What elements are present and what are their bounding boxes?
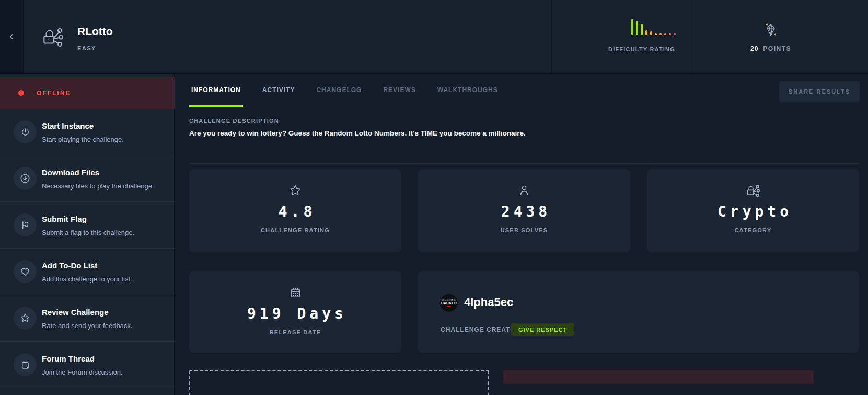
star-icon <box>14 307 37 330</box>
difficulty-rating-label: DIFFICULTY RATING <box>589 46 694 52</box>
give-respect-button[interactable]: GIVE RESPECT <box>511 323 574 336</box>
tab-information[interactable]: INFORMATION <box>189 84 243 107</box>
flag-icon <box>14 213 37 236</box>
gem-icon <box>764 22 778 38</box>
creator-name[interactable]: 4lpha5ec <box>464 296 513 309</box>
lock-share-icon <box>745 183 761 198</box>
user-solves-card: 2438 USER SOLVES <box>418 169 630 252</box>
dashed-drop-area[interactable] <box>189 370 489 395</box>
challenge-title: RLotto <box>77 25 113 38</box>
difficulty-bar <box>641 24 643 35</box>
creator-avatar[interactable]: DEMOCRACY HACKED <box>440 294 458 312</box>
sidebar: OFFLINE Start Instance Start playing the… <box>0 74 175 395</box>
creator-label: CHALLENGE CREATOR <box>441 326 520 333</box>
release-date-card: 919 Days RELEASE DATE <box>189 271 401 353</box>
avatar-text: HACKED <box>441 301 457 305</box>
status-dot-icon <box>18 90 24 96</box>
avatar-red-mark <box>447 306 451 307</box>
lock-share-icon <box>40 23 66 50</box>
difficulty-rating-widget: DIFFICULTY RATING <box>589 0 694 73</box>
sidebar-item-subtitle: Join the Forum discussion. <box>42 368 123 376</box>
share-results-button[interactable]: SHARE RESULTS <box>779 81 860 102</box>
release-date-label: RELEASE DATE <box>270 329 321 335</box>
notepad-icon <box>14 353 37 376</box>
difficulty-bar <box>674 33 676 35</box>
difficulty-bar <box>664 33 666 35</box>
sidebar-item-submit-flag[interactable]: Submit Flag Submit a flag to this challe… <box>0 202 175 249</box>
difficulty-bar <box>636 21 638 35</box>
sidebar-item-title: Download Files <box>42 168 99 177</box>
sidebar-item-start-instance[interactable]: Start Instance Start playing the challen… <box>0 109 175 155</box>
person-icon <box>517 183 531 198</box>
sidebar-item-subtitle: Start playing the challenge. <box>42 136 124 143</box>
sidebar-item-title: Add To-Do List <box>42 261 97 270</box>
sidebar-item-forum-thread[interactable]: Forum Thread Join the Forum discussion. <box>0 342 175 388</box>
challenge-rating-value: 4.8 <box>275 203 316 220</box>
sidebar-item-title: Forum Thread <box>42 354 95 363</box>
danger-bar <box>503 370 814 384</box>
sidebar-item-review-challenge[interactable]: Review Challenge Rate and send your feed… <box>0 295 175 342</box>
category-card: Crypto CATEGORY <box>647 169 859 252</box>
user-solves-label: USER SOLVES <box>501 227 548 233</box>
sidebar-item-title: Review Challenge <box>42 308 109 317</box>
tab-walkthroughs[interactable]: WALKTHROUGHS <box>435 84 500 107</box>
points-value: 20 <box>750 45 758 52</box>
points-line: 20POINTS <box>721 45 820 52</box>
category-value: Crypto <box>714 203 792 220</box>
release-date-value: 919 Days <box>244 305 347 322</box>
challenge-rating-card: 4.8 CHALLENGE RATING <box>189 169 401 252</box>
sidebar-item-subtitle: Submit a flag to this challenge. <box>42 229 134 236</box>
collapse-rail[interactable] <box>0 0 24 73</box>
challenge-page: RLotto EASY DIFFICULTY RATING <box>0 0 868 395</box>
sidebar-item-title: Start Instance <box>42 121 94 130</box>
calendar-icon <box>289 285 302 300</box>
sidebar-item-download-files[interactable]: Download Files Necessary files to play t… <box>0 155 175 202</box>
difficulty-bar <box>645 30 647 35</box>
main-content: INFORMATION ACTIVITY CHANGELOG REVIEWS W… <box>175 74 868 395</box>
description-label: CHALLENGE DESCRIPTION <box>189 118 279 124</box>
status-label: OFFLINE <box>37 89 71 97</box>
tab-activity[interactable]: ACTIVITY <box>260 84 297 107</box>
user-solves-value: 2438 <box>497 203 551 220</box>
sidebar-item-subtitle: Necessary files to play the challenge. <box>42 182 154 190</box>
star-icon <box>288 183 302 198</box>
sidebar-item-subtitle: Add this challenge to your list. <box>42 275 132 283</box>
stats-grid: 4.8 CHALLENGE RATING 2438 USER SOLVES <box>189 169 859 353</box>
header-divider <box>551 0 552 73</box>
points-widget: 20POINTS <box>721 0 820 73</box>
difficulty-badge: EASY <box>77 45 96 51</box>
download-icon <box>14 167 37 190</box>
tab-bar: INFORMATION ACTIVITY CHANGELOG REVIEWS W… <box>189 84 500 107</box>
difficulty-bar <box>669 33 671 35</box>
category-label: CATEGORY <box>735 227 772 233</box>
tab-reviews[interactable]: REVIEWS <box>381 84 418 107</box>
sidebar-item-add-todo[interactable]: Add To-Do List Add this challenge to you… <box>0 249 175 295</box>
power-icon <box>14 120 37 143</box>
chevron-left-icon[interactable] <box>7 32 16 41</box>
sidebar-item-subtitle: Rate and send your feedback. <box>42 322 132 330</box>
challenge-rating-label: CHALLENGE RATING <box>261 227 330 233</box>
sidebar-item-title: Submit Flag <box>42 215 87 223</box>
difficulty-bar <box>655 33 657 35</box>
tab-changelog[interactable]: CHANGELOG <box>314 84 364 107</box>
description-text: Are you ready to win lottery? Guess the … <box>189 129 526 137</box>
section-divider <box>189 163 859 164</box>
difficulty-histogram <box>631 19 676 35</box>
heart-icon <box>14 260 37 283</box>
difficulty-bar <box>659 33 662 35</box>
header: RLotto EASY DIFFICULTY RATING <box>0 0 868 74</box>
status-banner: OFFLINE <box>0 77 175 109</box>
difficulty-bar <box>650 31 652 35</box>
points-label: POINTS <box>763 45 791 52</box>
challenge-creator-card: DEMOCRACY HACKED 4lpha5ec CHALLENGE CREA… <box>418 271 859 353</box>
difficulty-bar <box>631 19 633 35</box>
